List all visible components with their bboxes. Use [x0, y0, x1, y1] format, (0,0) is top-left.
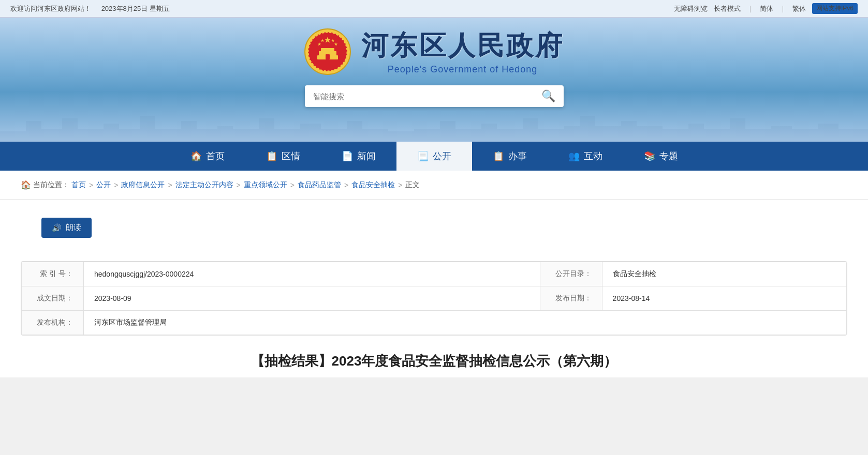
public-icon: 📃: [417, 150, 429, 162]
national-emblem: [304, 28, 351, 75]
publish-value: 2023-08-14: [602, 286, 846, 311]
top-bar-welcome: 欢迎访问河东区政府网站！ 2023年8月25日 星期五: [10, 4, 170, 13]
home-icon: 🏠: [190, 150, 202, 162]
nav-label-affairs: 办事: [508, 150, 527, 162]
nav-item-home[interactable]: 🏠 首页: [170, 142, 245, 171]
header-content: 河东区人民政府 People's Government of Hedong 🔍: [304, 28, 564, 107]
nav-label-special: 专题: [659, 150, 678, 162]
breadcrumb-home[interactable]: 首页: [71, 180, 86, 190]
nav-item-news[interactable]: 📄 新闻: [321, 142, 396, 171]
interact-icon: 👥: [568, 150, 580, 162]
site-title-en: People's Government of Hedong: [361, 64, 564, 75]
search-bar[interactable]: 🔍: [305, 85, 564, 107]
publish-label: 发布日期：: [540, 286, 602, 311]
search-input[interactable]: [313, 92, 541, 101]
nav-item-affairs[interactable]: 📋 办事: [472, 142, 548, 171]
nav-item-district[interactable]: 📋 区情: [245, 142, 321, 171]
nav-label-district: 区情: [282, 150, 300, 162]
nav-item-interact[interactable]: 👥 互动: [548, 142, 623, 171]
read-button[interactable]: 🔊 朗读: [41, 218, 92, 238]
catalog-label: 公开目录：: [540, 262, 602, 286]
ipv6-badge: 网站支持IPv6: [812, 3, 858, 14]
affairs-icon: 📋: [493, 150, 504, 162]
date-label: 成文日期：: [22, 286, 84, 311]
nav-item-special[interactable]: 📚 专题: [623, 142, 699, 171]
top-bar-right: 无障碍浏览 长者模式 ｜ 简体 ｜ 繁体 网站支持IPv6: [674, 3, 858, 14]
info-row-date: 成文日期： 2023-08-09 发布日期： 2023-08-14: [22, 286, 847, 311]
read-label: 朗读: [66, 223, 81, 233]
info-table-wrap: 索 引 号： hedongquscjggj/2023-0000224 公开目录：…: [21, 261, 847, 336]
svg-rect-5: [326, 54, 330, 59]
top-bar: 欢迎访问河东区政府网站！ 2023年8月25日 星期五 无障碍浏览 长者模式 ｜…: [0, 0, 868, 18]
breadcrumb-key-areas[interactable]: 重点领域公开: [244, 180, 287, 190]
header: 河东区人民政府 People's Government of Hedong 🔍: [0, 18, 868, 142]
search-button[interactable]: 🔍: [541, 89, 555, 103]
org-value: 河东区市场监督管理局: [84, 311, 847, 335]
speaker-icon: 🔊: [52, 223, 62, 233]
index-label: 索 引 号：: [22, 262, 84, 286]
news-icon: 📄: [342, 150, 353, 162]
nav-label-interact: 互动: [584, 150, 602, 162]
divider2: ｜: [779, 4, 786, 13]
site-title-text: 河东区人民政府 People's Government of Hedong: [361, 28, 564, 75]
info-table: 索 引 号： hedongquscjggj/2023-0000224 公开目录：…: [21, 262, 847, 335]
special-icon: 📚: [644, 150, 655, 162]
info-row-index: 索 引 号： hedongquscjggj/2023-0000224 公开目录：…: [22, 262, 847, 286]
breadcrumb: 🏠 当前位置： 首页 > 公开 > 政府信息公开 > 法定主动公开内容 > 重点…: [0, 171, 868, 200]
breadcrumb-public[interactable]: 公开: [96, 180, 111, 190]
breadcrumb-food-inspection[interactable]: 食品安全抽检: [351, 180, 395, 190]
elderly-link[interactable]: 长者模式: [714, 4, 741, 13]
accessible-link[interactable]: 无障碍浏览: [674, 4, 708, 13]
read-button-wrap: 🔊 朗读: [0, 200, 868, 256]
nav-label-news: 新闻: [357, 150, 376, 162]
article-title: 【抽检结果】2023年度食品安全监督抽检信息公示（第六期）: [21, 351, 847, 371]
breadcrumb-food-drug[interactable]: 食品药品监管: [298, 180, 341, 190]
traditional-link[interactable]: 繁体: [792, 4, 806, 13]
main-nav: 🏠 首页 📋 区情 📄 新闻 📃 公开 📋 办事 👥 互动 📚 专题: [0, 142, 868, 171]
svg-rect-4: [321, 48, 334, 52]
nav-label-home: 首页: [206, 150, 225, 162]
content-area: 🏠 当前位置： 首页 > 公开 > 政府信息公开 > 法定主动公开内容 > 重点…: [0, 171, 868, 377]
divider: ｜: [747, 4, 754, 13]
home-icon-breadcrumb: 🏠: [21, 180, 31, 190]
city-decoration: [0, 111, 868, 142]
simplified-link[interactable]: 简体: [760, 4, 773, 13]
index-value: hedongquscjggj/2023-0000224: [84, 262, 540, 286]
breadcrumb-prefix: 当前位置：: [33, 180, 69, 190]
logo-title: 河东区人民政府 People's Government of Hedong: [304, 28, 564, 75]
breadcrumb-legal-open[interactable]: 法定主动公开内容: [175, 180, 233, 190]
org-label: 发布机构：: [22, 311, 84, 335]
breadcrumb-current: 正文: [405, 180, 420, 190]
nav-label-public: 公开: [433, 150, 451, 162]
nav-item-public[interactable]: 📃 公开: [396, 142, 472, 171]
district-icon: 📋: [266, 150, 277, 162]
date-value: 2023-08-09: [84, 286, 540, 311]
site-title-cn: 河东区人民政府: [361, 28, 564, 64]
breadcrumb-gov-info[interactable]: 政府信息公开: [121, 180, 165, 190]
info-row-org: 发布机构： 河东区市场监督管理局: [22, 311, 847, 335]
catalog-value: 食品安全抽检: [602, 262, 846, 286]
